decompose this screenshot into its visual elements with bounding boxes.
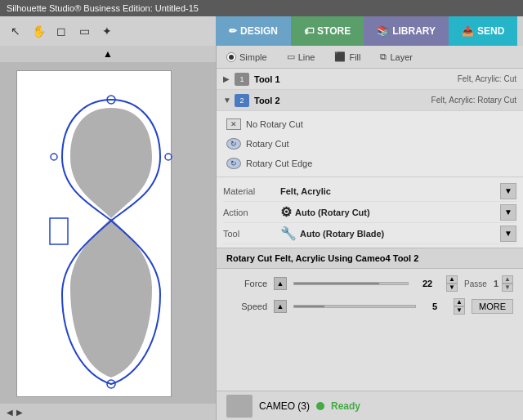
device-name: CAMEO (3) [259, 400, 310, 412]
sliders-area: Force ▲ 22 ▲ ▼ Passe 1 ▲ ▼ [217, 269, 523, 321]
tool-row: Tool 🔧 Auto (Rotary Blade) ▼ [223, 223, 516, 244]
fill-icon: ⬛ [334, 51, 346, 62]
send-nav-label: SEND [477, 25, 504, 37]
simple-radio[interactable] [226, 52, 236, 62]
tool1-expand-arrow[interactable]: ▶ [223, 74, 235, 83]
action-dropdown[interactable]: ▼ [500, 204, 516, 221]
tool1-name: Tool 1 [254, 74, 458, 84]
fill-label: Fill [349, 52, 360, 62]
no-rotary-label: No Rotary Cut [246, 119, 303, 129]
tab-line[interactable]: ▭ Line [284, 46, 319, 69]
force-step-up[interactable]: ▲ [446, 275, 458, 284]
no-rotary-cut-option[interactable]: ✕ No Rotary Cut [217, 114, 523, 134]
nav-tabs: ✏ DESIGN 🏷 STORE 📚 LIBRARY 📤 SEND [216, 16, 523, 46]
material-dropdown[interactable]: ▼ [500, 183, 516, 199]
force-row: Force ▲ 22 ▲ ▼ Passe 1 ▲ ▼ [226, 272, 513, 295]
speed-value: 5 [422, 302, 447, 311]
action-label: Action [223, 208, 280, 217]
tab-design[interactable]: ✏ DESIGN [216, 16, 291, 46]
canvas-page [16, 70, 172, 397]
svg-point-3 [51, 154, 57, 160]
simple-label: Simple [239, 52, 267, 62]
tab-send[interactable]: 📤 SEND [449, 16, 517, 46]
tab-simple[interactable]: Simple [223, 46, 270, 69]
passe-label: Passe [464, 279, 487, 288]
shape-tool[interactable]: ◻ [52, 22, 70, 40]
panel-tabs: Simple ▭ Line ⬛ Fill ⧉ Layer [217, 46, 523, 69]
passe-stepper: ▲ ▼ [502, 275, 513, 292]
tool1-number: 1 [235, 73, 249, 86]
speed-stepper: ▲ ▼ [454, 298, 465, 315]
material-value: Felt, Acrylic [280, 186, 500, 196]
tool2-desc: Felt, Acrylic: Rotary Cut [431, 96, 516, 105]
passe-step-down[interactable]: ▼ [502, 284, 513, 292]
force-step-down[interactable]: ▼ [446, 284, 458, 292]
status-indicator [316, 402, 324, 410]
rotary-edge-label: Rotary Cut Edge [246, 159, 312, 168]
passe-area: Passe 1 ▲ ▼ [464, 275, 513, 292]
force-up-btn[interactable]: ▲ [274, 277, 287, 290]
passe-step-up[interactable]: ▲ [502, 275, 513, 284]
material-label: Material [223, 186, 280, 196]
rect-tool[interactable]: ▭ [75, 22, 93, 40]
status-text: Ready [331, 400, 360, 412]
more-button[interactable]: MORE [472, 299, 513, 314]
material-info-bar: Rotary Cut Felt, Acrylic Using Cameo4 To… [217, 248, 523, 269]
library-icon: 📚 [377, 25, 389, 37]
rotary-cut-icon: ↻ [226, 138, 241, 150]
speed-step-down[interactable]: ▼ [454, 306, 465, 315]
canvas-bottom-bar: ◀ ▶ [0, 404, 216, 420]
store-label: STORE [317, 25, 351, 37]
material-bar-text: Rotary Cut Felt, Acrylic Using Cameo4 To… [226, 253, 418, 263]
tab-store[interactable]: 🏷 STORE [291, 16, 364, 46]
properties-grid: Material Felt, Acrylic ▼ Action ⚙ Auto (… [217, 176, 523, 248]
layer-icon: ⧉ [380, 51, 387, 62]
speed-label: Speed [226, 302, 267, 311]
force-track[interactable] [293, 282, 409, 285]
cursor-tool[interactable]: ↖ [7, 22, 25, 40]
status-bar: CAMEO (3) Ready [217, 391, 523, 420]
tool2-expand-arrow[interactable]: ▼ [223, 96, 235, 105]
tool-value: Auto (Rotary Blade) [300, 229, 384, 239]
canvas-content [0, 62, 216, 404]
scroll-right-icon[interactable]: ▶ [16, 408, 23, 417]
scroll-left-icon[interactable]: ◀ [7, 408, 13, 417]
canvas-scroll-up[interactable]: ▲ [0, 46, 216, 62]
force-label: Force [226, 279, 267, 288]
tool-2-row[interactable]: ▼ 2 Tool 2 Felt, Acrylic: Rotary Cut [217, 90, 523, 111]
force-value: 22 [415, 279, 440, 288]
library-label: LIBRARY [392, 25, 436, 37]
speed-track[interactable] [293, 305, 416, 308]
tool-dropdown[interactable]: ▼ [500, 226, 516, 242]
tab-fill[interactable]: ⬛ Fill [331, 46, 364, 69]
title-bar: Silhouette Studio® Business Edition: Unt… [0, 0, 523, 16]
hand-tool[interactable]: ✋ [29, 22, 47, 40]
rotary-cut-edge-icon: ↻ [226, 158, 241, 169]
action-value: Auto (Rotary Cut) [295, 208, 370, 217]
speed-step-up[interactable]: ▲ [454, 298, 465, 306]
tool1-desc: Felt, Acrylic: Cut [458, 74, 516, 83]
top-nav: ↖ ✋ ◻ ▭ ✦ ✏ DESIGN 🏷 STORE 📚 LIBRARY 📤 S… [0, 16, 523, 46]
material-row: Material Felt, Acrylic ▼ [223, 181, 516, 202]
right-panel: Simple ▭ Line ⬛ Fill ⧉ Layer ▶ 1 Tool 1 … [216, 46, 523, 420]
speed-up-btn[interactable]: ▲ [274, 300, 287, 313]
rotary-cut-label: Rotary Cut [246, 139, 289, 149]
store-icon: 🏷 [304, 25, 314, 37]
tool-value-wrap: 🔧 Auto (Rotary Blade) [280, 226, 500, 241]
design-icon: ✏ [229, 25, 237, 37]
tab-layer[interactable]: ⧉ Layer [377, 46, 416, 69]
line-icon: ▭ [287, 51, 295, 62]
action-value-wrap: ⚙ Auto (Rotary Cut) [280, 204, 500, 220]
design-label: DESIGN [240, 25, 278, 37]
action-row: Action ⚙ Auto (Rotary Cut) ▼ [223, 202, 516, 223]
speed-row: Speed ▲ 5 ▲ ▼ MORE [226, 295, 513, 318]
passe-value: 1 [494, 279, 498, 288]
tool2-name: Tool 2 [254, 96, 431, 105]
rotary-cut-option[interactable]: ↻ Rotary Cut [217, 134, 523, 154]
no-rotary-icon: ✕ [226, 118, 241, 130]
rotary-cut-edge-option[interactable]: ↻ Rotary Cut Edge [217, 154, 523, 173]
star-tool[interactable]: ✦ [98, 22, 116, 40]
tool-1-row[interactable]: ▶ 1 Tool 1 Felt, Acrylic: Cut [217, 69, 523, 90]
force-stepper: ▲ ▼ [446, 275, 458, 292]
tab-library[interactable]: 📚 LIBRARY [364, 16, 449, 46]
